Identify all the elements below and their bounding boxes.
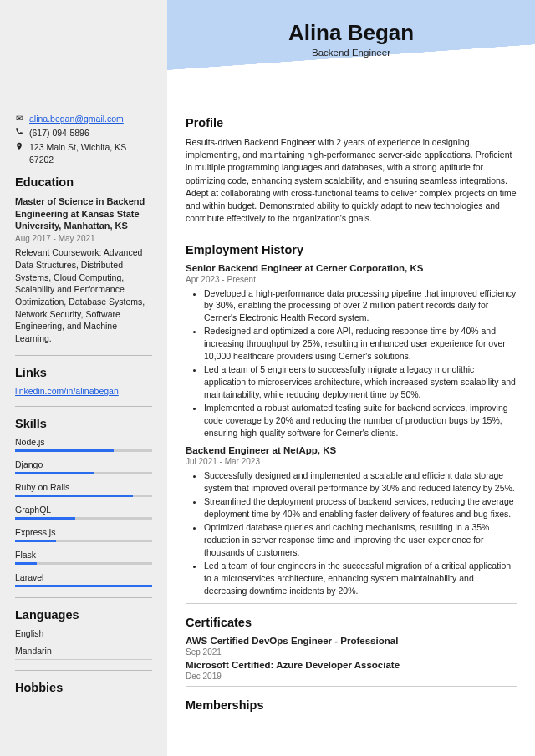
certificate-entry: AWS Certified DevOps Engineer - Professi…	[186, 636, 517, 657]
contact-block: ✉ alina.began@gmail.com (617) 094-5896 1…	[15, 113, 152, 165]
job-bullet: Implemented a robust automated testing s…	[204, 402, 517, 439]
skill-item: GraphQL	[15, 505, 152, 520]
person-title: Backend Engineer	[186, 48, 517, 58]
language-item: Mandarin	[15, 646, 152, 660]
employment-heading: Employment History	[186, 231, 517, 256]
education-title: Master of Science in Backend Engineering…	[15, 195, 152, 233]
contact-email-row: ✉ alina.began@gmail.com	[15, 113, 152, 124]
skill-name: Laravel	[15, 572, 152, 582]
certificates-block: AWS Certified DevOps Engineer - Professi…	[186, 636, 517, 681]
job-bullet: Redesigned and optimized a core API, red…	[204, 325, 517, 363]
job-dates: Jul 2021 - Mar 2023	[186, 457, 517, 466]
skill-item: Laravel	[15, 572, 152, 587]
skill-name: Django	[15, 459, 152, 469]
skill-item: Node.js	[15, 437, 152, 452]
job-entry: Senior Backend Engineer at Cerner Corpor…	[186, 263, 517, 439]
certificates-heading: Certificates	[186, 603, 517, 629]
education-block: Master of Science in Backend Engineering…	[15, 195, 152, 345]
job-dates: Apr 2023 - Present	[186, 275, 517, 284]
skill-name: Flask	[15, 550, 152, 560]
languages-heading: Languages	[15, 597, 152, 622]
certificate-title: Microsoft Certified: Azure Developer Ass…	[186, 660, 517, 670]
education-heading: Education	[15, 175, 152, 189]
sidebar: ✉ alina.began@gmail.com (617) 094-5896 1…	[0, 0, 167, 756]
skill-item: Ruby on Rails	[15, 482, 152, 497]
links-heading: Links	[15, 355, 152, 379]
skill-item: Express.js	[15, 527, 152, 542]
skill-item: Flask	[15, 550, 152, 565]
skills-block: Node.js Django Ruby on Rails GraphQL Exp…	[15, 437, 152, 587]
profile-text: Results-driven Backend Engineer with 2 y…	[186, 136, 517, 226]
contact-address-row: 123 Main St, Wichita, KS 67202	[15, 141, 152, 165]
skill-item: Django	[15, 459, 152, 474]
certificate-entry: Microsoft Certified: Azure Developer Ass…	[186, 660, 517, 681]
job-title: Senior Backend Engineer at Cerner Corpor…	[186, 263, 517, 273]
skill-name: Node.js	[15, 437, 152, 447]
memberships-heading: Memberships	[186, 686, 517, 712]
language-item: English	[15, 628, 152, 642]
phone-text: (617) 094-5896	[29, 127, 89, 139]
skill-bar	[15, 562, 152, 565]
skill-name: Ruby on Rails	[15, 482, 152, 492]
hobbies-heading: Hobbies	[15, 670, 152, 694]
address-text: 123 Main St, Wichita, KS 67202	[29, 141, 152, 165]
skill-bar	[15, 449, 152, 452]
email-link[interactable]: alina.began@gmail.com	[29, 113, 124, 124]
contact-phone-row: (617) 094-5896	[15, 127, 152, 139]
education-desc: Relevant Coursework: Advanced Data Struc…	[15, 246, 152, 345]
phone-icon	[15, 127, 23, 139]
employment-block: Senior Backend Engineer at Cerner Corpor…	[186, 263, 517, 597]
skill-bar	[15, 585, 152, 587]
skill-bar	[15, 495, 152, 497]
job-bullets: Successfully designed and implemented a …	[186, 469, 517, 596]
certificate-dates: Dec 2019	[186, 672, 517, 681]
skill-bar	[15, 517, 152, 520]
job-title: Backend Engineer at NetApp, KS	[186, 445, 517, 455]
job-bullet: Optimized database queries and caching m…	[204, 521, 517, 559]
skill-name: Express.js	[15, 527, 152, 537]
job-bullets: Developed a high-performance data proces…	[186, 287, 517, 439]
linkedin-link[interactable]: linkedin.com/in/alinabegan	[15, 386, 119, 396]
job-bullet: Led a team of four engineers in the succ…	[204, 560, 517, 597]
map-pin-icon	[15, 141, 23, 155]
certificate-dates: Sep 2021	[186, 647, 517, 657]
envelope-icon: ✉	[15, 113, 23, 124]
job-bullet: Streamlined the deployment process of ba…	[204, 495, 517, 520]
person-name: Alina Began	[186, 20, 517, 46]
skill-name: GraphQL	[15, 505, 152, 515]
skills-heading: Skills	[15, 406, 152, 430]
skill-bar	[15, 540, 152, 542]
skill-bar	[15, 472, 152, 474]
job-entry: Backend Engineer at NetApp, KSJul 2021 -…	[186, 445, 517, 596]
education-dates: Aug 2017 - May 2021	[15, 234, 152, 243]
job-bullet: Successfully designed and implemented a …	[204, 469, 517, 495]
job-bullet: Developed a high-performance data proces…	[204, 287, 517, 325]
job-bullet: Led a team of 5 engineers to successfull…	[204, 363, 517, 401]
certificate-title: AWS Certified DevOps Engineer - Professi…	[186, 636, 517, 646]
languages-block: EnglishMandarin	[15, 628, 152, 660]
profile-heading: Profile	[186, 116, 517, 129]
main-content: Alina Began Backend Engineer Profile Res…	[167, 0, 535, 756]
links-block: linkedin.com/in/alinabegan	[15, 386, 152, 396]
